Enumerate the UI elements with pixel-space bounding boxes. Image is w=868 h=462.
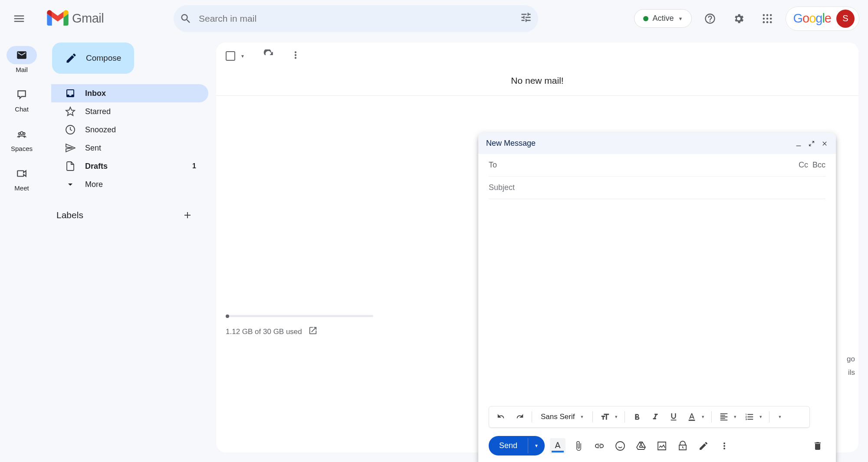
insert-signature-button[interactable] <box>696 438 711 454</box>
confidential-mode-button[interactable] <box>675 438 690 454</box>
undo-icon <box>496 412 506 422</box>
chevron-down-icon: ▼ <box>778 415 782 419</box>
add-label-button[interactable] <box>181 208 194 222</box>
chevron-down-icon[interactable]: ▼ <box>614 415 618 419</box>
status-dot-icon <box>643 16 648 21</box>
plus-icon <box>182 210 193 220</box>
send-label: Send <box>489 436 528 455</box>
support-button[interactable] <box>700 8 720 29</box>
compose-button[interactable]: Compose <box>52 43 134 74</box>
search-bar[interactable] <box>174 5 538 32</box>
rail-item-spaces[interactable]: Spaces <box>7 125 37 152</box>
undo-button[interactable] <box>493 409 509 425</box>
bcc-button[interactable]: Bcc <box>812 161 825 170</box>
nav-label: Drafts <box>85 162 108 171</box>
compose-header[interactable]: New Message <box>478 133 836 154</box>
manage-storage-link[interactable] <box>308 326 318 337</box>
nav-item-snoozed[interactable]: Snoozed <box>51 121 208 139</box>
bold-icon <box>632 412 642 422</box>
nav-item-more[interactable]: More <box>51 175 208 193</box>
nav-item-drafts[interactable]: Drafts 1 <box>51 157 208 175</box>
google-apps-button[interactable] <box>757 8 778 29</box>
svg-point-2 <box>770 14 772 16</box>
text-format-toggle[interactable] <box>550 438 566 454</box>
insert-drive-button[interactable] <box>633 438 649 454</box>
meet-icon <box>16 168 27 179</box>
close-icon <box>821 140 828 147</box>
chevron-down-icon[interactable]: ▼ <box>759 415 763 419</box>
gear-icon <box>733 13 745 25</box>
help-icon <box>704 13 716 25</box>
svg-rect-9 <box>689 419 695 421</box>
header-actions: Active ▼ Google S <box>634 7 860 31</box>
close-button[interactable] <box>821 140 828 147</box>
attachment-icon <box>573 441 584 451</box>
select-menu-button[interactable]: ▼ <box>240 54 245 59</box>
font-select[interactable]: Sans Serif ▼ <box>536 413 588 421</box>
more-options-button[interactable] <box>717 438 732 454</box>
rail-item-mail[interactable]: Mail <box>7 46 37 73</box>
nav-label: Sent <box>85 144 101 153</box>
send-options-button[interactable]: ▼ <box>528 438 545 453</box>
text-color-button[interactable] <box>684 409 700 425</box>
sidebar: Compose Inbox Starred Snoozed Sent Draft… <box>43 43 208 222</box>
align-icon <box>719 412 729 422</box>
bold-button[interactable] <box>629 409 645 425</box>
nav-label: Inbox <box>85 89 106 98</box>
chevron-down-icon[interactable]: ▼ <box>733 415 737 419</box>
google-account-chip[interactable]: Google S <box>786 7 859 31</box>
list-icon <box>745 412 754 422</box>
font-size-button[interactable] <box>597 409 613 425</box>
nav-item-starred[interactable]: Starred <box>51 102 208 121</box>
attach-file-button[interactable] <box>571 438 586 454</box>
rail-item-chat[interactable]: Chat <box>7 85 37 113</box>
insert-photo-button[interactable] <box>654 438 670 454</box>
refresh-button[interactable] <box>263 49 274 63</box>
select-all-checkbox[interactable] <box>226 51 235 61</box>
send-button[interactable]: Send ▼ <box>489 436 545 455</box>
insert-link-button[interactable] <box>592 438 607 454</box>
nav-item-sent[interactable]: Sent <box>51 139 208 157</box>
chat-icon <box>16 89 27 100</box>
subject-field-row[interactable] <box>489 177 825 199</box>
discard-draft-button[interactable] <box>810 438 825 454</box>
underline-button[interactable] <box>666 409 681 425</box>
rail-item-meet[interactable]: Meet <box>7 164 37 192</box>
list-button[interactable] <box>742 409 757 425</box>
subject-input[interactable] <box>489 183 825 192</box>
chevron-down-icon[interactable]: ▼ <box>701 415 705 419</box>
nav-item-inbox[interactable]: Inbox <box>51 84 208 102</box>
link-icon <box>594 441 605 451</box>
inbox-icon <box>65 88 76 98</box>
settings-button[interactable] <box>728 8 749 29</box>
nav-label: Starred <box>85 107 111 116</box>
svg-point-7 <box>766 21 769 23</box>
insert-emoji-button[interactable] <box>612 438 628 454</box>
labels-heading: Labels <box>56 210 83 220</box>
font-name: Sans Serif <box>541 413 575 421</box>
gmail-logo-text: Gmail <box>72 11 104 26</box>
redo-button[interactable] <box>512 409 527 425</box>
fullscreen-button[interactable] <box>808 140 815 147</box>
cc-button[interactable]: Cc <box>799 161 808 170</box>
gmail-logo[interactable]: Gmail <box>47 9 160 28</box>
lock-clock-icon <box>677 441 688 451</box>
compose-dialog: New Message To Cc Bcc Sans Serif ▼ <box>478 133 836 462</box>
menu-icon <box>13 12 26 25</box>
empty-state-text: No new mail! <box>216 69 858 96</box>
redo-icon <box>515 412 524 422</box>
format-toolbar: Sans Serif ▼ ▼ ▼ ▼ ▼ ▼ <box>489 406 810 428</box>
search-options-button[interactable] <box>520 11 532 26</box>
svg-point-4 <box>766 17 769 20</box>
more-format-button[interactable]: ▼ <box>774 409 789 425</box>
align-button[interactable] <box>716 409 732 425</box>
status-chip[interactable]: Active ▼ <box>634 9 692 28</box>
to-input[interactable] <box>497 161 799 170</box>
to-field-row[interactable]: To Cc Bcc <box>489 154 825 177</box>
more-button[interactable] <box>290 49 301 63</box>
italic-button[interactable] <box>648 409 663 425</box>
minimize-button[interactable] <box>795 140 802 147</box>
main-menu-button[interactable] <box>9 8 30 29</box>
image-icon <box>657 441 667 451</box>
search-input[interactable] <box>192 13 520 24</box>
